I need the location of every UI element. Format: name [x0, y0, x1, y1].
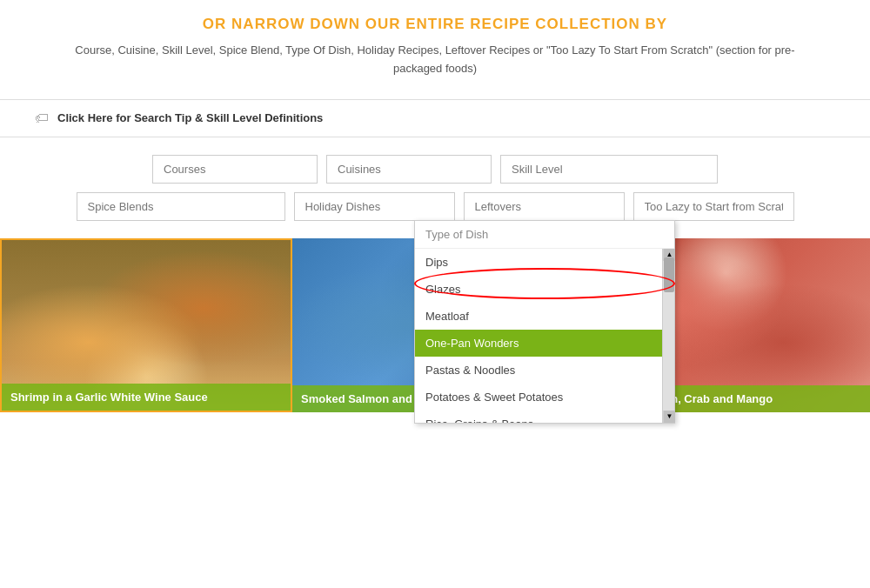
- list-item[interactable]: Pastas & Noodles: [415, 357, 662, 384]
- header-section: OR NARROW DOWN OUR ENTIRE RECIPE COLLECT…: [0, 0, 870, 87]
- list-item[interactable]: Dips: [415, 249, 662, 276]
- filter-row-1: [152, 155, 718, 184]
- courses-filter[interactable]: [152, 155, 318, 184]
- list-item[interactable]: Meatloaf: [415, 303, 662, 330]
- tag-icon: 🏷: [35, 110, 49, 126]
- scrollbar-thumb[interactable]: [664, 257, 674, 292]
- recipe-label-shrimp: Shrimp in a Garlic White Wine Sauce: [2, 384, 291, 411]
- type-of-dish-dropdown[interactable]: Type of Dish Dips Glazes Meatloaf One-Pa…: [414, 220, 675, 424]
- dropdown-inner: Dips Glazes Meatloaf One-Pan Wonders Pas…: [415, 249, 674, 423]
- search-tip-link[interactable]: Click Here for Search Tip & Skill Level …: [57, 111, 323, 124]
- list-item[interactable]: Glazes: [415, 276, 662, 303]
- scroll-down-arrow[interactable]: ▼: [663, 411, 675, 423]
- page-title: OR NARROW DOWN OUR ENTIRE RECIPE COLLECT…: [52, 16, 818, 33]
- holiday-filter[interactable]: [294, 192, 455, 221]
- dropdown-header: Type of Dish: [415, 221, 674, 249]
- lazy-filter[interactable]: [633, 192, 794, 221]
- filter-row-2: [77, 192, 794, 221]
- spice-filter[interactable]: [77, 192, 285, 221]
- recipe-card-shrimp[interactable]: Shrimp in a Garlic White Wine Sauce: [0, 238, 292, 412]
- skill-filter[interactable]: [500, 155, 718, 184]
- cuisines-filter[interactable]: [326, 155, 492, 184]
- leftovers-filter[interactable]: [464, 192, 625, 221]
- page-description: Course, Cuisine, Skill Level, Spice Blen…: [52, 42, 818, 78]
- filters-section: Type of Dish Dips Glazes Meatloaf One-Pa…: [0, 155, 870, 221]
- list-item[interactable]: Rice, Grains & Beans: [415, 411, 662, 423]
- list-item-selected[interactable]: One-Pan Wonders: [415, 330, 662, 357]
- scrollbar[interactable]: ▲ ▼: [662, 249, 674, 423]
- list-item[interactable]: Potatoes & Sweet Potatoes: [415, 384, 662, 411]
- search-tip-bar[interactable]: 🏷 Click Here for Search Tip & Skill Leve…: [0, 99, 870, 137]
- dropdown-items-list: Dips Glazes Meatloaf One-Pan Wonders Pas…: [415, 249, 662, 423]
